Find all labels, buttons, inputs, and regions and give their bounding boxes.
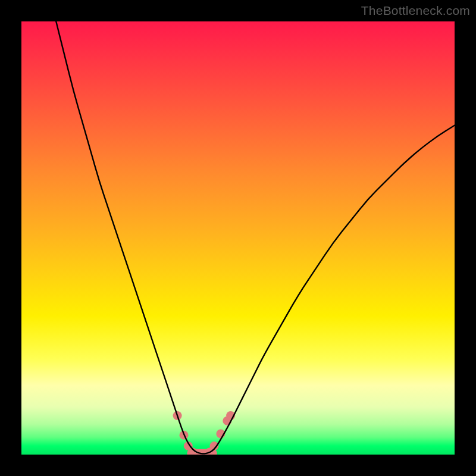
chart-plot-area: [21, 21, 455, 455]
marker-layer: [173, 411, 236, 455]
bottleneck-curve: [56, 21, 455, 453]
chart-svg: [21, 21, 455, 455]
watermark-text: TheBottleneck.com: [361, 4, 470, 18]
chart-frame: TheBottleneck.com: [0, 0, 476, 476]
